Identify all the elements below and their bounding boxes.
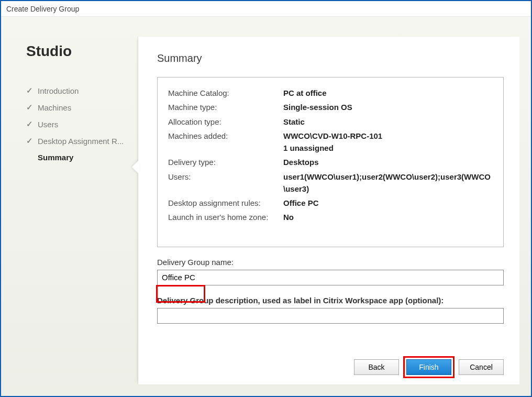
delivery-group-description-label: Delivery Group description, used as labe…: [157, 296, 504, 305]
button-row: Back Finish Cancel: [157, 344, 504, 375]
summary-label: Delivery type:: [168, 156, 283, 168]
delivery-group-description-input[interactable]: [157, 308, 504, 324]
nav-step-1[interactable]: ✓Machines: [26, 103, 138, 112]
finish-button[interactable]: Finish: [406, 359, 451, 375]
back-button[interactable]: Back: [354, 359, 399, 375]
check-icon: ✓: [26, 136, 35, 146]
summary-row: Machine type:Single-session OS: [168, 101, 493, 113]
summary-value: Office PC: [283, 197, 493, 209]
summary-box: Machine Catalog:PC at officeMachine type…: [157, 77, 504, 247]
check-icon: ✓: [26, 86, 35, 95]
delivery-group-name-label: Delivery Group name:: [157, 258, 504, 267]
summary-row: Machines added:WWCO\CVD-W10-RPC-101 1 un…: [168, 130, 493, 155]
nav-step-0[interactable]: ✓Introduction: [26, 86, 138, 95]
wizard-window: Create Delivery Group Studio ✓Introducti…: [0, 0, 532, 397]
nav-step-label: Machines: [38, 103, 71, 112]
nav-step-4[interactable]: Summary: [26, 153, 138, 162]
summary-value: Static: [283, 116, 493, 128]
summary-row: Users:user1(WWCO\user1);user2(WWCO\user2…: [168, 171, 493, 195]
titlebar: Create Delivery Group: [1, 1, 531, 17]
nav-list: ✓Introduction✓Machines✓Users✓Desktop Ass…: [26, 86, 138, 162]
nav-step-3[interactable]: ✓Desktop Assignment R...: [26, 136, 138, 146]
check-icon: ✓: [26, 119, 35, 129]
summary-value: user1(WWCO\user1);user2(WWCO\user2);user…: [283, 171, 493, 195]
summary-row: Machine Catalog:PC at office: [168, 87, 493, 99]
summary-row: Delivery type:Desktops: [168, 156, 493, 168]
summary-label: Machines added:: [168, 130, 283, 155]
delivery-group-name-input[interactable]: [157, 270, 504, 285]
content-panel: Summary Machine Catalog:PC at officeMach…: [138, 37, 519, 384]
cancel-button[interactable]: Cancel: [459, 359, 504, 375]
sidebar: Studio ✓Introduction✓Machines✓Users✓Desk…: [1, 17, 138, 396]
summary-label: Machine Catalog:: [168, 87, 283, 99]
summary-value: WWCO\CVD-W10-RPC-101 1 unassigned: [283, 130, 493, 155]
summary-row: Desktop assignment rules:Office PC: [168, 197, 493, 209]
check-icon: ✓: [26, 103, 35, 112]
summary-value: Single-session OS: [283, 101, 493, 113]
summary-value: PC at office: [283, 87, 493, 99]
nav-step-label: Summary: [38, 153, 73, 162]
summary-label: Desktop assignment rules:: [168, 197, 283, 209]
summary-row: Launch in user's home zone:No: [168, 211, 493, 223]
summary-value: No: [283, 211, 493, 223]
nav-step-2[interactable]: ✓Users: [26, 119, 138, 129]
body: Studio ✓Introduction✓Machines✓Users✓Desk…: [1, 17, 531, 396]
summary-label: Allocation type:: [168, 116, 283, 128]
window-title: Create Delivery Group: [6, 5, 79, 13]
summary-label: Users:: [168, 171, 283, 195]
nav-step-label: Users: [38, 120, 58, 129]
nav-step-label: Desktop Assignment R...: [38, 137, 124, 146]
summary-value: Desktops: [283, 156, 493, 168]
app-title: Studio: [26, 43, 138, 60]
summary-label: Launch in user's home zone:: [168, 211, 283, 223]
page-heading: Summary: [157, 52, 504, 64]
nav-step-label: Introduction: [38, 86, 79, 95]
summary-row: Allocation type:Static: [168, 116, 493, 128]
summary-label: Machine type:: [168, 101, 283, 113]
